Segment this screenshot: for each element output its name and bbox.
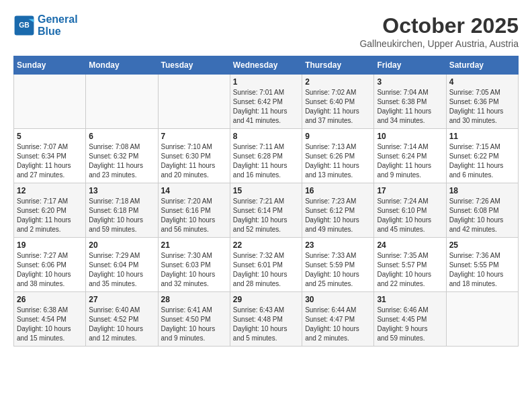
day-info: Sunrise: 7:08 AM Sunset: 6:32 PM Dayligh… [89, 142, 154, 180]
logo-text-general: General [38, 13, 78, 26]
svg-text:GB: GB [19, 21, 30, 29]
calendar-cell: 26Sunrise: 6:38 AM Sunset: 4:54 PM Dayli… [14, 292, 86, 347]
day-info: Sunrise: 6:44 AM Sunset: 4:47 PM Dayligh… [305, 306, 371, 343]
day-number: 3 [377, 77, 443, 87]
day-number: 15 [233, 186, 299, 195]
day-number: 12 [17, 186, 83, 195]
calendar-week-1: 1Sunrise: 7:01 AM Sunset: 6:42 PM Daylig… [14, 75, 519, 129]
logo-text-blue: Blue [38, 26, 78, 38]
day-info: Sunrise: 6:46 AM Sunset: 4:45 PM Dayligh… [377, 306, 443, 343]
calendar-cell: 4Sunrise: 7:05 AM Sunset: 6:36 PM Daylig… [446, 75, 518, 129]
calendar-cell: 6Sunrise: 7:08 AM Sunset: 6:32 PM Daylig… [86, 129, 158, 183]
day-info: Sunrise: 7:13 AM Sunset: 6:26 PM Dayligh… [305, 142, 371, 180]
day-info: Sunrise: 7:04 AM Sunset: 6:38 PM Dayligh… [377, 88, 443, 126]
day-info: Sunrise: 7:10 AM Sunset: 6:30 PM Dayligh… [161, 142, 227, 180]
day-info: Sunrise: 7:23 AM Sunset: 6:12 PM Dayligh… [305, 197, 371, 234]
calendar-cell [158, 75, 230, 129]
calendar-cell [86, 75, 158, 129]
calendar-cell: 21Sunrise: 7:30 AM Sunset: 6:03 PM Dayli… [158, 238, 230, 292]
day-number: 5 [17, 132, 83, 141]
day-number: 21 [161, 240, 227, 250]
day-info: Sunrise: 7:18 AM Sunset: 6:18 PM Dayligh… [89, 197, 154, 234]
day-info: Sunrise: 7:26 AM Sunset: 6:08 PM Dayligh… [449, 197, 515, 234]
day-info: Sunrise: 7:14 AM Sunset: 6:24 PM Dayligh… [377, 142, 443, 180]
calendar-cell: 15Sunrise: 7:21 AM Sunset: 6:14 PM Dayli… [230, 183, 302, 238]
calendar-week-5: 26Sunrise: 6:38 AM Sunset: 4:54 PM Dayli… [14, 292, 519, 347]
calendar-cell: 22Sunrise: 7:32 AM Sunset: 6:01 PM Dayli… [230, 238, 302, 292]
day-info: Sunrise: 7:30 AM Sunset: 6:03 PM Dayligh… [161, 251, 227, 289]
day-number: 18 [449, 186, 515, 195]
day-number: 27 [89, 295, 154, 304]
calendar-cell: 9Sunrise: 7:13 AM Sunset: 6:26 PM Daylig… [302, 129, 374, 183]
day-info: Sunrise: 7:02 AM Sunset: 6:40 PM Dayligh… [305, 88, 371, 126]
day-number: 10 [377, 132, 443, 141]
day-number: 22 [233, 240, 299, 250]
weekday-header-wednesday: Wednesday [230, 56, 302, 75]
day-number: 8 [233, 132, 299, 141]
day-info: Sunrise: 6:38 AM Sunset: 4:54 PM Dayligh… [17, 306, 83, 343]
calendar-cell: 29Sunrise: 6:43 AM Sunset: 4:48 PM Dayli… [230, 292, 302, 347]
day-info: Sunrise: 7:33 AM Sunset: 5:59 PM Dayligh… [305, 251, 371, 289]
day-number: 16 [305, 186, 371, 195]
calendar-cell: 5Sunrise: 7:07 AM Sunset: 6:34 PM Daylig… [14, 129, 86, 183]
day-number: 17 [377, 186, 443, 195]
day-number: 9 [305, 132, 371, 141]
calendar-cell: 18Sunrise: 7:26 AM Sunset: 6:08 PM Dayli… [446, 183, 518, 238]
page-header: GB General Blue October 2025 Gallneukirc… [13, 13, 519, 49]
location: Gallneukirchen, Upper Austria, Austria [359, 38, 519, 49]
weekday-header-monday: Monday [86, 56, 158, 75]
day-info: Sunrise: 7:21 AM Sunset: 6:14 PM Dayligh… [233, 197, 299, 234]
day-info: Sunrise: 7:15 AM Sunset: 6:22 PM Dayligh… [449, 142, 515, 180]
calendar-cell: 19Sunrise: 7:27 AM Sunset: 6:06 PM Dayli… [14, 238, 86, 292]
calendar-cell: 17Sunrise: 7:24 AM Sunset: 6:10 PM Dayli… [374, 183, 446, 238]
day-number: 6 [89, 132, 154, 141]
day-number: 31 [377, 295, 443, 304]
day-info: Sunrise: 7:36 AM Sunset: 5:55 PM Dayligh… [449, 251, 515, 289]
day-number: 24 [377, 240, 443, 250]
day-info: Sunrise: 7:29 AM Sunset: 6:04 PM Dayligh… [89, 251, 154, 289]
calendar-table: SundayMondayTuesdayWednesdayThursdayFrid… [13, 56, 519, 347]
day-info: Sunrise: 7:32 AM Sunset: 6:01 PM Dayligh… [233, 251, 299, 289]
day-info: Sunrise: 6:43 AM Sunset: 4:48 PM Dayligh… [233, 306, 299, 343]
calendar-cell: 12Sunrise: 7:17 AM Sunset: 6:20 PM Dayli… [14, 183, 86, 238]
day-info: Sunrise: 7:11 AM Sunset: 6:28 PM Dayligh… [233, 142, 299, 180]
weekday-header-sunday: Sunday [14, 56, 86, 75]
calendar-cell: 3Sunrise: 7:04 AM Sunset: 6:38 PM Daylig… [374, 75, 446, 129]
weekday-header-thursday: Thursday [302, 56, 374, 75]
month-title: October 2025 [359, 13, 519, 38]
weekday-header-saturday: Saturday [446, 56, 518, 75]
calendar-cell: 10Sunrise: 7:14 AM Sunset: 6:24 PM Dayli… [374, 129, 446, 183]
calendar-week-3: 12Sunrise: 7:17 AM Sunset: 6:20 PM Dayli… [14, 183, 519, 238]
day-number: 13 [89, 186, 154, 195]
calendar-cell: 7Sunrise: 7:10 AM Sunset: 6:30 PM Daylig… [158, 129, 230, 183]
day-number: 20 [89, 240, 154, 250]
calendar-cell: 24Sunrise: 7:35 AM Sunset: 5:57 PM Dayli… [374, 238, 446, 292]
weekday-header-tuesday: Tuesday [158, 56, 230, 75]
day-info: Sunrise: 7:20 AM Sunset: 6:16 PM Dayligh… [161, 197, 227, 234]
calendar-cell: 1Sunrise: 7:01 AM Sunset: 6:42 PM Daylig… [230, 75, 302, 129]
calendar-cell: 11Sunrise: 7:15 AM Sunset: 6:22 PM Dayli… [446, 129, 518, 183]
day-number: 11 [449, 132, 515, 141]
calendar-header: SundayMondayTuesdayWednesdayThursdayFrid… [14, 56, 519, 75]
day-info: Sunrise: 7:27 AM Sunset: 6:06 PM Dayligh… [17, 251, 83, 289]
calendar-cell: 14Sunrise: 7:20 AM Sunset: 6:16 PM Dayli… [158, 183, 230, 238]
calendar-cell: 16Sunrise: 7:23 AM Sunset: 6:12 PM Dayli… [302, 183, 374, 238]
day-info: Sunrise: 6:41 AM Sunset: 4:50 PM Dayligh… [161, 306, 227, 343]
day-number: 4 [449, 77, 515, 87]
day-number: 14 [161, 186, 227, 195]
day-number: 26 [17, 295, 83, 304]
calendar-week-2: 5Sunrise: 7:07 AM Sunset: 6:34 PM Daylig… [14, 129, 519, 183]
day-info: Sunrise: 7:01 AM Sunset: 6:42 PM Dayligh… [233, 88, 299, 126]
day-info: Sunrise: 7:17 AM Sunset: 6:20 PM Dayligh… [17, 197, 83, 234]
calendar-cell: 30Sunrise: 6:44 AM Sunset: 4:47 PM Dayli… [302, 292, 374, 347]
title-area: October 2025 Gallneukirchen, Upper Austr… [359, 13, 519, 49]
day-info: Sunrise: 7:05 AM Sunset: 6:36 PM Dayligh… [449, 88, 515, 126]
calendar-cell: 13Sunrise: 7:18 AM Sunset: 6:18 PM Dayli… [86, 183, 158, 238]
logo: GB General Blue [13, 13, 78, 37]
day-number: 29 [233, 295, 299, 304]
calendar-cell: 8Sunrise: 7:11 AM Sunset: 6:28 PM Daylig… [230, 129, 302, 183]
day-number: 28 [161, 295, 227, 304]
calendar-cell: 27Sunrise: 6:40 AM Sunset: 4:52 PM Dayli… [86, 292, 158, 347]
day-info: Sunrise: 7:07 AM Sunset: 6:34 PM Dayligh… [17, 142, 83, 180]
calendar-body: 1Sunrise: 7:01 AM Sunset: 6:42 PM Daylig… [14, 75, 519, 347]
